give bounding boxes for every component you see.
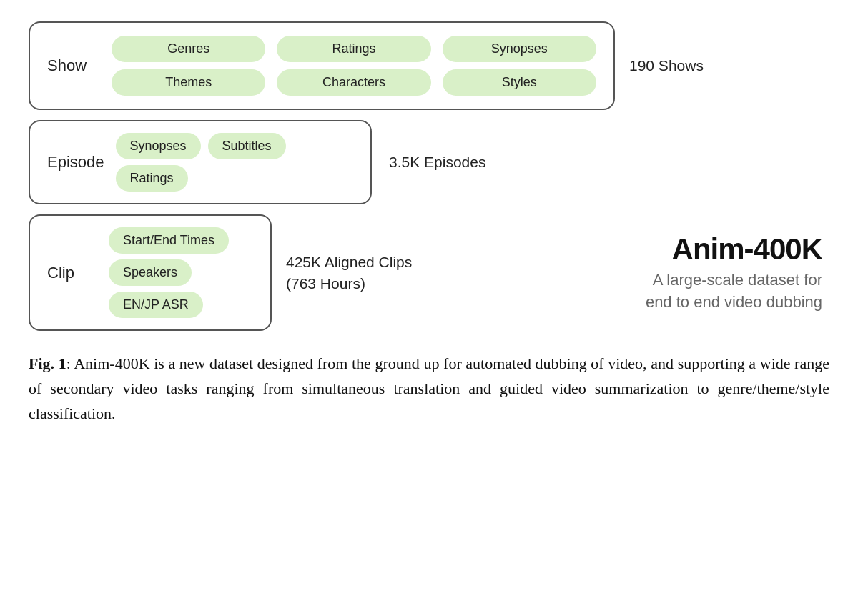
episode-tags-row1: Synopses Subtitles [116, 133, 286, 159]
episode-tags: Synopses Subtitles Ratings [116, 133, 286, 192]
dataset-name: Anim-400K [412, 232, 822, 267]
clip-tags: Start/End Times Speakers EN/JP ASR [109, 227, 229, 318]
tag-speakers: Speakers [109, 259, 192, 286]
tag-ratings-ep: Ratings [116, 165, 188, 192]
show-box: Show Genres Ratings Synopses Themes Char… [29, 21, 615, 110]
tag-synopses-ep: Synopses [116, 133, 201, 159]
episode-count: 3.5K Episodes [389, 154, 485, 171]
clip-label: Clip [47, 264, 97, 282]
episode-tags-row2: Ratings [116, 165, 286, 192]
fig-label: Fig. 1 [29, 354, 66, 372]
figure-caption: Fig. 1: Anim-400K is a new dataset desig… [29, 351, 829, 427]
tag-genres: Genres [112, 36, 265, 62]
clip-box: Clip Start/End Times Speakers EN/JP ASR [29, 214, 272, 331]
show-label: Show [47, 56, 97, 75]
dataset-subtitle: A large-scale dataset for end to end vid… [412, 269, 822, 314]
tag-start-end-times: Start/End Times [109, 227, 229, 254]
tag-themes: Themes [112, 69, 265, 96]
episode-box: Episode Synopses Subtitles Ratings [29, 120, 372, 204]
clip-count: 425K Aligned Clips (763 Hours) [286, 252, 412, 294]
tag-ratings: Ratings [277, 36, 430, 62]
show-tags-grid: Genres Ratings Synopses Themes Character… [112, 36, 596, 96]
tag-styles: Styles [443, 69, 596, 96]
tag-subtitles: Subtitles [208, 133, 286, 159]
tag-synopses: Synopses [443, 36, 596, 62]
dataset-title-block: Anim-400K A large-scale dataset for end … [412, 232, 829, 314]
tag-en-jp-asr: EN/JP ASR [109, 292, 203, 318]
diagram-section: Show Genres Ratings Synopses Themes Char… [29, 21, 829, 331]
show-count: 190 Shows [629, 57, 708, 74]
tag-characters: Characters [277, 69, 430, 96]
clip-row: Clip Start/End Times Speakers EN/JP ASR … [29, 214, 829, 331]
caption-text: Anim-400K is a new dataset designed from… [29, 354, 829, 422]
episode-label: Episode [47, 153, 104, 172]
show-row: Show Genres Ratings Synopses Themes Char… [29, 21, 829, 110]
episode-row: Episode Synopses Subtitles Ratings 3.5K … [29, 120, 829, 204]
